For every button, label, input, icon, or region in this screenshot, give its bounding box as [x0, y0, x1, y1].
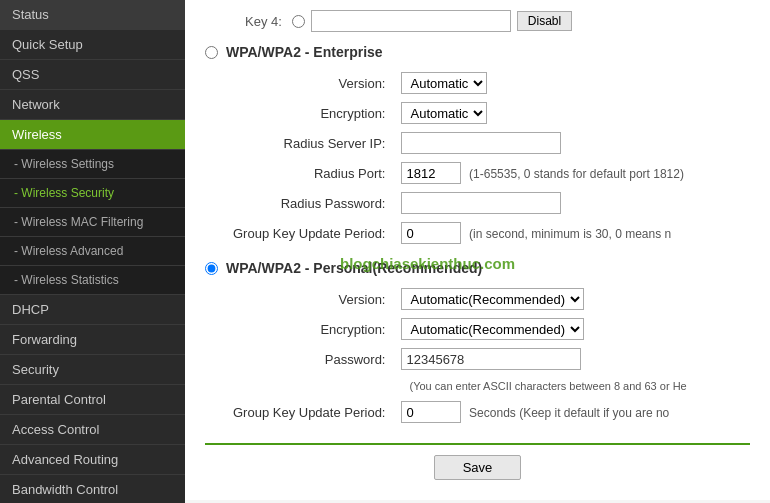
- personal-group-key-note: Seconds (Keep it default if you are no: [469, 406, 669, 420]
- enterprise-radius-ip-input[interactable]: [401, 132, 561, 154]
- enterprise-radius-port-label: Radius Port:: [225, 158, 393, 188]
- sidebar-item-parental-control[interactable]: Parental Control: [0, 385, 185, 415]
- key4-input[interactable]: [311, 10, 511, 32]
- disable-button[interactable]: Disabl: [517, 11, 572, 31]
- main-content: Key 4: Disabl WPA/WPA2 - Enterprise Vers…: [185, 0, 770, 503]
- enterprise-group-key-note: (in second, minimum is 30, 0 means n: [469, 227, 671, 241]
- sidebar-item-wireless[interactable]: Wireless: [0, 120, 185, 150]
- personal-form: Version: Automatic(Recommended) Encrypti…: [225, 284, 770, 427]
- personal-version-label: Version:: [225, 284, 393, 314]
- personal-version-select[interactable]: Automatic(Recommended): [401, 288, 584, 310]
- sidebar-item-advanced-routing[interactable]: Advanced Routing: [0, 445, 185, 475]
- personal-encryption-label: Encryption:: [225, 314, 393, 344]
- personal-section-header: WPA/WPA2 - Personal(Recommended): [205, 260, 750, 276]
- enterprise-group-key-input[interactable]: [401, 222, 461, 244]
- save-row: Save: [205, 455, 750, 480]
- save-button[interactable]: Save: [434, 455, 522, 480]
- enterprise-version-label: Version:: [225, 68, 393, 98]
- enterprise-radius-ip-row: Radius Server IP:: [225, 128, 770, 158]
- sidebar-item-wireless-statistics[interactable]: - Wireless Statistics: [0, 266, 185, 295]
- personal-ascii-note: (You can enter ASCII characters between …: [409, 380, 686, 392]
- key4-radio[interactable]: [292, 15, 305, 28]
- enterprise-radius-password-label: Radius Password:: [225, 188, 393, 218]
- enterprise-radius-ip-label: Radius Server IP:: [225, 128, 393, 158]
- personal-password-label: Password:: [225, 344, 393, 374]
- enterprise-title: WPA/WPA2 - Enterprise: [226, 44, 383, 60]
- sidebar-item-security[interactable]: Security: [0, 355, 185, 385]
- sidebar: StatusQuick SetupQSSNetworkWireless- Wir…: [0, 0, 185, 503]
- enterprise-version-select[interactable]: Automatic: [401, 72, 487, 94]
- sidebar-item-network[interactable]: Network: [0, 90, 185, 120]
- personal-password-row: Password:: [225, 344, 770, 374]
- sidebar-item-dhcp[interactable]: DHCP: [0, 295, 185, 325]
- sidebar-item-qss[interactable]: QSS: [0, 60, 185, 90]
- personal-group-key-label: Group Key Update Period:: [225, 397, 393, 427]
- key4-row: Key 4: Disabl: [205, 10, 750, 32]
- enterprise-encryption-label: Encryption:: [225, 98, 393, 128]
- content-area: Key 4: Disabl WPA/WPA2 - Enterprise Vers…: [185, 0, 770, 500]
- enterprise-group-key-row: Group Key Update Period: (in second, min…: [225, 218, 770, 248]
- sidebar-item-quick-setup[interactable]: Quick Setup: [0, 30, 185, 60]
- enterprise-radius-port-input[interactable]: [401, 162, 461, 184]
- sidebar-item-status[interactable]: Status: [0, 0, 185, 30]
- enterprise-radius-port-row: Radius Port: (1-65535, 0 stands for defa…: [225, 158, 770, 188]
- sidebar-item-wireless-mac[interactable]: - Wireless MAC Filtering: [0, 208, 185, 237]
- enterprise-version-row: Version: Automatic: [225, 68, 770, 98]
- personal-ascii-note-row: (You can enter ASCII characters between …: [225, 374, 770, 397]
- sidebar-item-wireless-settings[interactable]: - Wireless Settings: [0, 150, 185, 179]
- personal-title: WPA/WPA2 - Personal(Recommended): [226, 260, 482, 276]
- enterprise-form: Version: Automatic Encryption: Automatic…: [225, 68, 770, 248]
- enterprise-section-header: WPA/WPA2 - Enterprise: [205, 44, 750, 60]
- personal-radio[interactable]: [205, 262, 218, 275]
- enterprise-radius-password-row: Radius Password:: [225, 188, 770, 218]
- sidebar-item-access-control[interactable]: Access Control: [0, 415, 185, 445]
- enterprise-group-key-label: Group Key Update Period:: [225, 218, 393, 248]
- enterprise-encryption-row: Encryption: Automatic: [225, 98, 770, 128]
- sidebar-item-forwarding[interactable]: Forwarding: [0, 325, 185, 355]
- sidebar-item-bandwidth-control[interactable]: Bandwidth Control: [0, 475, 185, 503]
- personal-group-key-row: Group Key Update Period: Seconds (Keep i…: [225, 397, 770, 427]
- personal-encryption-row: Encryption: Automatic(Recommended): [225, 314, 770, 344]
- enterprise-radius-port-note: (1-65535, 0 stands for default port 1812…: [469, 167, 684, 181]
- personal-password-input[interactable]: [401, 348, 581, 370]
- personal-version-row: Version: Automatic(Recommended): [225, 284, 770, 314]
- enterprise-radio[interactable]: [205, 46, 218, 59]
- personal-group-key-input[interactable]: [401, 401, 461, 423]
- sidebar-item-wireless-security[interactable]: - Wireless Security: [0, 179, 185, 208]
- enterprise-radius-password-input[interactable]: [401, 192, 561, 214]
- divider: [205, 443, 750, 445]
- personal-encryption-select[interactable]: Automatic(Recommended): [401, 318, 584, 340]
- key4-label: Key 4:: [245, 14, 282, 29]
- sidebar-item-wireless-advanced[interactable]: - Wireless Advanced: [0, 237, 185, 266]
- enterprise-encryption-select[interactable]: Automatic: [401, 102, 487, 124]
